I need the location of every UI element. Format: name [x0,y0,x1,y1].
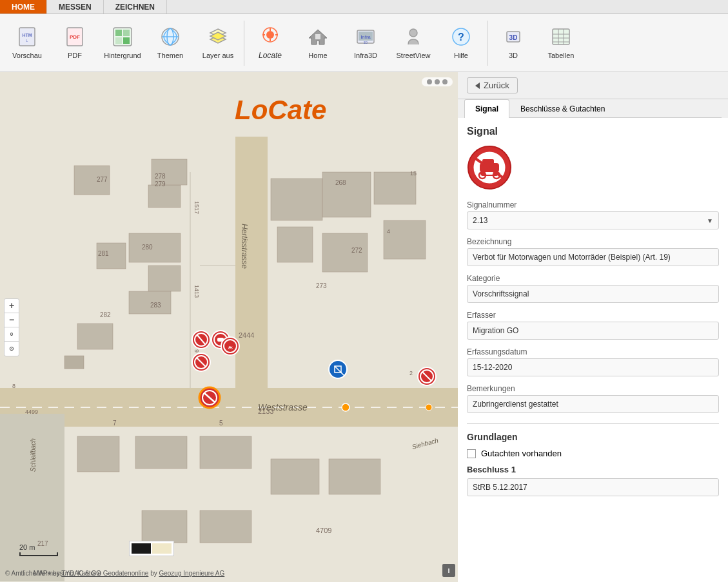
svg-text:2444: 2444 [239,331,254,339]
3d-icon: 3D [503,26,524,50]
toolbar-vorschau[interactable]: HTML Vorschau [4,17,50,69]
svg-text:279: 279 [155,180,166,188]
nav-item-zeichnen[interactable]: ZEICHNEN [104,0,167,14]
svg-rect-42 [148,185,181,208]
svg-point-114 [342,403,349,411]
map-dot-2[interactable] [435,79,440,84]
svg-point-115 [426,404,432,411]
field-bezeichnung: Bezeichnung Verbot für Motorwagen und Mo… [467,237,719,266]
toolbar-hilfe[interactable]: ? Hilfe [438,17,484,69]
zoom-level-0[interactable]: 0 [5,327,19,342]
map-info-icon[interactable]: i [442,564,455,577]
svg-text:268: 268 [335,179,346,186]
hintergrund-icon [112,26,133,50]
toolbar-home-label: Home [308,52,327,59]
label-erfassungsdatum: Erfassungsdatum [467,347,719,356]
toolbar-streetview[interactable]: StreetView [390,17,437,69]
svg-text:4709: 4709 [316,527,331,534]
tab-beschluesse[interactable]: Beschlüsse & Gutachten [509,99,616,118]
attribution-tydac[interactable]: TYDAC [61,570,83,577]
svg-text:278: 278 [155,173,166,180]
nav-item-messen[interactable]: MESSEN [47,0,104,14]
html-icon: HTML [17,26,37,50]
toolbar-themen[interactable]: Themen [147,17,193,69]
color-legend [129,541,174,556]
map-dot-1[interactable] [427,79,432,84]
gutachten-label: Gutachten vorhanden [481,449,562,458]
svg-point-24 [409,29,417,37]
svg-text:280: 280 [142,244,153,251]
svg-text:277: 277 [97,176,108,183]
panel-content: Signal [458,118,728,582]
toolbar-divider-2 [487,21,487,66]
field-bemerkungen: Bemerkungen Zubringerdienst gestattet [467,384,719,413]
tab-signal[interactable]: Signal [464,99,509,118]
svg-text:3D: 3D [364,41,368,44]
toolbar-hintergrund[interactable]: Hintergrund [99,17,146,69]
back-button[interactable]: Zurück [467,77,518,93]
svg-rect-57 [200,436,251,469]
svg-rect-60 [142,510,187,543]
map-area[interactable]: Hertisstrasse Weststrasse Siehbach Schle… [0,72,458,582]
kategorie-value: Vorschriftssignal [467,285,719,303]
beschluss-label: Beschluss 1 [467,465,719,474]
panel-tabs: Signal Beschlüsse & Gutachten [464,99,722,118]
svg-rect-9 [123,37,130,44]
home-icon [308,26,328,50]
svg-text:L: L [26,39,28,43]
toolbar-tabellen[interactable]: Tabellen [538,17,584,69]
layer-icon [208,26,228,50]
toolbar-home[interactable]: Home [295,17,341,69]
streetview-icon [403,26,424,50]
zoom-compass[interactable]: ⊙ [5,342,19,356]
svg-text:HTM: HTM [22,33,32,37]
map-dots[interactable] [422,77,453,86]
svg-text:Infra: Infra [360,35,370,39]
erfasser-value: Migration GO [467,322,719,340]
toolbar-3d-label: 3D [509,52,518,59]
grundlagen-title: Grundlagen [467,432,719,442]
svg-text:272: 272 [351,247,362,254]
toolbar-streetview-label: StreetView [397,52,431,59]
signalnummer-input[interactable] [467,212,702,229]
beschluss-value: StRB 5.12.2017 [467,478,719,496]
field-signalnummer: Signalnummer ▼ [467,200,719,229]
svg-rect-46 [148,266,181,291]
toolbar-3d[interactable]: 3D 3D [490,17,536,69]
toolbar-layer-label: Layer aus [202,52,233,59]
map-scale: 20 m [19,543,58,556]
svg-text:283: 283 [150,302,161,309]
infra3d-icon: Infra3D [355,26,376,50]
svg-text:3D: 3D [509,34,518,41]
map-dot-3[interactable] [442,79,448,84]
label-bezeichnung: Bezeichnung [467,237,719,246]
right-panel: Zurück Signal Beschlüsse & Gutachten Sig… [458,72,728,582]
map-dots-container [422,77,453,86]
svg-text:Schleifbach: Schleifbach [30,438,37,472]
attribution-geozug[interactable]: Geozug Ingenieure AG [159,570,224,577]
svg-text:LoCate: LoCate [235,95,326,125]
svg-text:2: 2 [409,370,413,376]
zoom-in-button[interactable]: + [5,299,19,313]
svg-text:273: 273 [316,282,327,289]
panel-section-title: Signal [467,126,719,137]
nav-item-home[interactable]: HOME [0,0,47,14]
toolbar-layer[interactable]: Layer aus [195,17,241,69]
gutachten-row: Gutachten vorhanden [467,449,719,458]
svg-rect-19 [315,34,320,39]
svg-text:?: ? [458,32,464,43]
toolbar-vorschau-label: Vorschau [12,52,42,59]
svg-text:282: 282 [100,311,111,318]
grundlagen-section: Grundlagen Gutachten vorhanden Beschluss… [467,423,719,496]
toolbar-pdf[interactable]: PDF PDF [52,17,98,69]
toolbar-infra3d-label: Infra3D [354,52,377,59]
zoom-out-button[interactable]: − [5,313,19,327]
signalnummer-input-wrapper[interactable]: ▼ [467,211,719,229]
attribution-geo[interactable]: GO Geodatenonline [91,570,148,577]
toolbar-infra3d[interactable]: Infra3D Infra3D [342,17,389,69]
gutachten-checkbox[interactable] [467,449,476,458]
svg-rect-35 [0,72,458,582]
svg-text:1517: 1517 [193,201,200,214]
toolbar-locate[interactable]: Locate [247,17,293,69]
map-svg: Hertisstrasse Weststrasse Siehbach Schle… [0,72,458,582]
